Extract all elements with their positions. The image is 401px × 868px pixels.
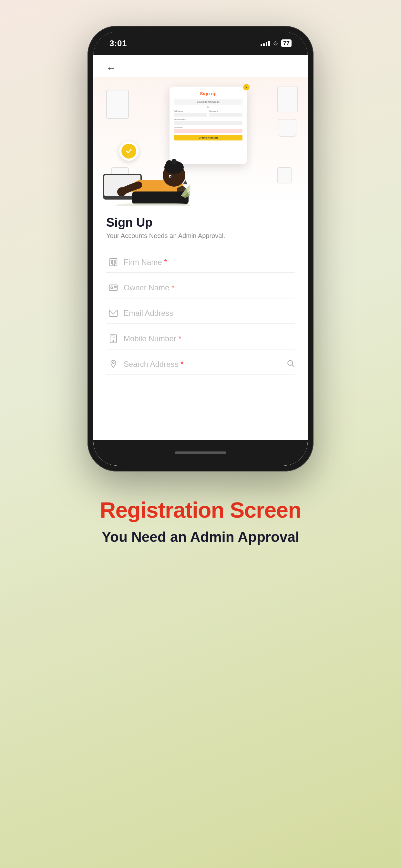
svg-rect-13 [110, 259, 117, 266]
back-button[interactable]: ← [106, 63, 116, 73]
address-label: Search Address * [120, 360, 286, 369]
status-time: 3:01 [110, 38, 127, 49]
phone-inner: 3:01 ⊜ 77 ← [93, 32, 308, 466]
home-indicator [175, 452, 226, 454]
card-password-label: Password [174, 127, 243, 128]
svg-rect-17 [114, 262, 116, 264]
email-svg [109, 308, 118, 318]
svg-rect-16 [112, 262, 113, 264]
building-icon [106, 255, 120, 269]
status-bar: 3:01 ⊜ 77 [93, 32, 308, 55]
mobile-field[interactable]: Mobile Number * [106, 326, 295, 349]
address-field[interactable]: Search Address * [106, 351, 295, 375]
form-area: Sign Up Your Accounts Needs an Admin App… [93, 206, 308, 440]
registration-title: Registration Screen [100, 497, 301, 523]
battery-level: 77 [283, 40, 289, 47]
location-icon [106, 357, 120, 371]
check-icon [125, 147, 133, 155]
phone-mockup: 3:01 ⊜ 77 ← [88, 26, 313, 471]
deco-frame-5 [277, 167, 291, 183]
signal-bar-2 [263, 43, 265, 46]
phone-icon [106, 332, 120, 346]
svg-point-9 [170, 176, 172, 178]
card-or: Or [174, 106, 243, 108]
svg-line-30 [292, 365, 294, 367]
owner-name-field[interactable]: Owner Name * [106, 275, 295, 299]
svg-point-28 [113, 362, 114, 364]
status-icons: ⊜ 77 [260, 39, 291, 47]
notch [168, 32, 233, 43]
email-label: Email Address [120, 309, 295, 318]
id-card-svg [109, 283, 118, 292]
check-badge [119, 142, 138, 161]
form-heading: Sign Up [106, 216, 295, 229]
admin-subtitle: You Need an Admin Approval [100, 529, 301, 545]
card-username-field: Username [209, 110, 243, 117]
bottom-bar [93, 440, 308, 466]
card-close-icon: ✕ [243, 84, 250, 90]
card-password-input [174, 129, 243, 133]
owner-name-label: Owner Name * [120, 283, 295, 292]
email-field[interactable]: Email Address [106, 300, 295, 324]
card-fullname-input [174, 113, 207, 117]
illustration-area: ✕ Sign up G Sign up with Google Or Full … [93, 77, 308, 206]
firm-name-label: Firm Name * [120, 258, 295, 267]
search-icon[interactable] [286, 359, 295, 369]
form-subtitle: Your Accounts Needs an Admin Approval. [106, 232, 295, 240]
svg-point-7 [172, 159, 177, 164]
check-inner [121, 144, 136, 159]
card-create-btn: Create Account [174, 135, 243, 141]
svg-point-27 [113, 341, 114, 342]
wifi-icon: ⊜ [273, 40, 278, 47]
svg-point-6 [166, 160, 173, 166]
deco-frame-4 [279, 119, 297, 136]
svg-point-10 [117, 187, 126, 196]
mobile-label: Mobile Number * [120, 334, 295, 343]
email-icon [106, 306, 120, 320]
phone-outer: 3:01 ⊜ 77 ← [88, 26, 313, 471]
card-name-row: Full Name Username [174, 110, 243, 117]
location-svg [109, 360, 118, 369]
signal-bar-1 [260, 44, 262, 46]
building-svg [109, 257, 118, 267]
phone-svg [109, 334, 118, 344]
svg-rect-14 [112, 260, 113, 261]
signal-bar-4 [268, 41, 270, 46]
screen-content: ← ✕ Sign up G Sign up with Google [93, 55, 308, 466]
battery-icon: 77 [281, 39, 291, 47]
card-username-input [209, 113, 243, 117]
person-illustration [100, 142, 190, 206]
deco-frame-3 [277, 87, 298, 113]
deco-frame-1 [106, 90, 129, 119]
card-username-label: Username [209, 110, 243, 112]
id-card-icon [106, 281, 120, 295]
card-email-label: Email Address [174, 119, 243, 120]
card-fullname-label: Full Name [174, 110, 207, 112]
svg-rect-11 [132, 191, 189, 205]
signal-bars-icon [260, 40, 270, 46]
card-email-input [174, 121, 243, 125]
search-svg [286, 359, 295, 368]
signal-bar-3 [266, 42, 267, 46]
svg-rect-15 [114, 260, 116, 261]
card-password-field: Password [174, 127, 243, 133]
bottom-text-section: Registration Screen You Need an Admin Ap… [100, 497, 301, 545]
firm-name-field[interactable]: Firm Name * [106, 249, 295, 273]
card-email-field: Email Address [174, 119, 243, 125]
card-google-btn: G Sign up with Google [174, 99, 243, 104]
card-title: Sign up [174, 91, 243, 96]
back-bar: ← [93, 55, 308, 77]
card-fullname-field: Full Name [174, 110, 207, 117]
svg-point-22 [111, 287, 113, 289]
